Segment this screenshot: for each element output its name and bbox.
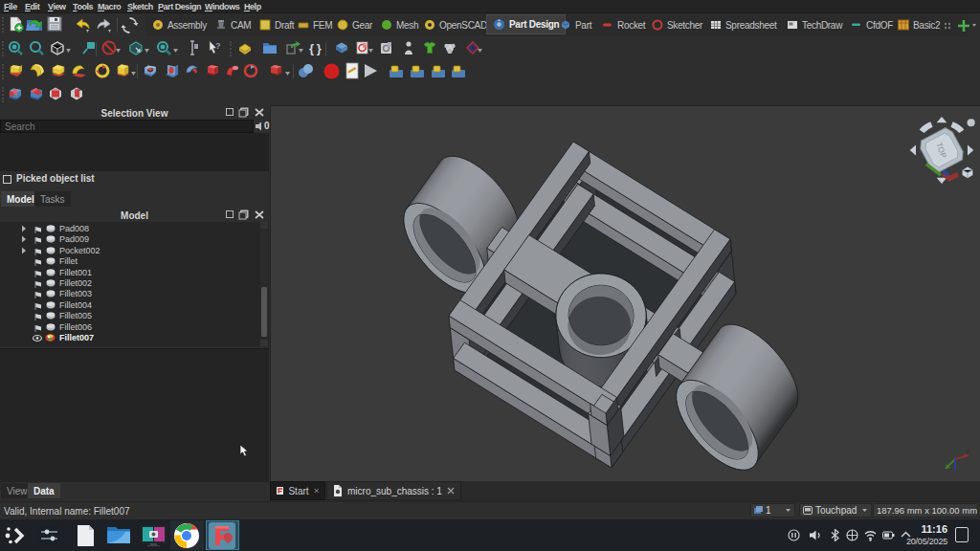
svg-text:x: x <box>967 448 970 453</box>
svg-text:?: ? <box>215 41 221 51</box>
svg-text:{ }: { } <box>309 41 322 55</box>
